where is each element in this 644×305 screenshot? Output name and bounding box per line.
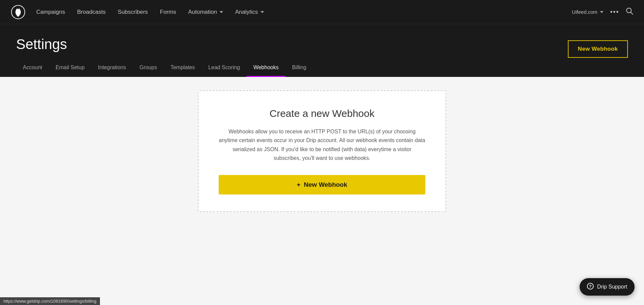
chevron-down-icon [600,11,603,13]
subnav-lead-scoring[interactable]: Lead Scoring [202,59,247,77]
subnav-templates[interactable]: Templates [164,59,202,77]
status-url: https://www.getdrip.com/1081690/settings… [3,299,97,304]
subnav-account[interactable]: Account [16,59,49,77]
more-options-button[interactable]: ••• [610,8,619,16]
svg-point-1 [17,7,19,9]
chevron-down-icon [220,11,223,13]
nav-broadcasts[interactable]: Broadcasts [77,9,106,15]
nav-automation[interactable]: Automation [188,9,223,15]
page-title: Settings [16,36,628,52]
new-webhook-button[interactable]: + New Webhook [219,175,425,194]
nav-links: Campaigns Broadcasts Subscribers Forms A… [36,9,572,15]
nav-campaigns[interactable]: Campaigns [36,9,65,15]
settings-header: Settings [0,24,644,52]
svg-point-2 [627,8,631,13]
svg-text:?: ? [589,284,592,289]
new-webhook-label: New Webhook [304,181,347,188]
webhook-card-title: Create a new Webhook [219,108,425,119]
nav-right: Uifeed.com ••• [572,7,633,16]
drip-support-label: Drip Support [597,284,627,290]
subnav-billing[interactable]: Billing [285,59,313,77]
webhook-card: Create a new Webhook Webhooks allow you … [198,90,446,212]
search-button[interactable] [626,7,633,16]
account-name: Uifeed.com [572,9,597,15]
subnav-email-setup[interactable]: Email Setup [49,59,91,77]
webhook-card-description: Webhooks allow you to receive an HTTP PO… [219,127,425,163]
nav-forms[interactable]: Forms [160,9,176,15]
main-content: Create a new Webhook Webhooks allow you … [0,77,644,305]
subnav-webhooks[interactable]: Webhooks [247,59,285,77]
top-navigation: Campaigns Broadcasts Subscribers Forms A… [0,0,644,24]
plus-icon: + [297,181,301,188]
nav-subscribers[interactable]: Subscribers [118,9,148,15]
svg-line-3 [631,12,633,14]
subnav-integrations[interactable]: Integrations [91,59,133,77]
status-bar: https://www.getdrip.com/1081690/settings… [0,297,100,305]
nav-analytics[interactable]: Analytics [235,9,264,15]
drip-support-button[interactable]: ? Drip Support [580,278,635,296]
chevron-down-icon [261,11,264,13]
new-webhook-top-button[interactable]: New Webhook [568,40,628,58]
question-circle-icon: ? [587,283,594,291]
logo[interactable] [11,5,25,19]
subnav-groups[interactable]: Groups [133,59,164,77]
settings-subnav: Account Email Setup Integrations Groups … [0,59,644,77]
account-switcher[interactable]: Uifeed.com [572,9,603,15]
